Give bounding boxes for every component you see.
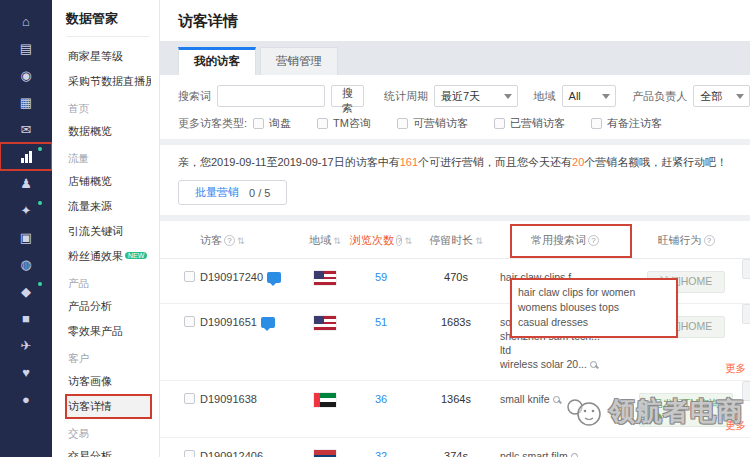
help-icon[interactable]: ? [704, 235, 715, 246]
col-header-地域[interactable]: 地域⇅ [300, 233, 350, 248]
share-icon[interactable]: ✦ [0, 197, 52, 224]
sidebar-section-label: 客户 [66, 345, 159, 368]
home-icon[interactable]: ⌂ [0, 8, 52, 35]
magnifier-icon[interactable] [590, 361, 597, 368]
row-checkbox[interactable] [184, 316, 195, 327]
col-header-常用搜索词[interactable]: 常用搜索词? [500, 233, 630, 248]
region-cell [300, 393, 350, 407]
region-select[interactable]: All [562, 85, 617, 107]
visitor-id[interactable]: D19091651 [200, 316, 275, 328]
flag-us-icon [314, 316, 336, 330]
sort-icon[interactable]: ⇅ [333, 236, 341, 246]
sidebar-item-数据概览[interactable]: 数据概览 [66, 120, 151, 143]
tab-营销管理[interactable]: 营销管理 [260, 47, 338, 75]
duration-value: 1364s [441, 393, 471, 405]
checkbox-icon[interactable] [494, 118, 505, 129]
sidebar-item-访客详情[interactable]: 访客详情 [66, 395, 151, 418]
checkbox-label: 询盘 [269, 116, 291, 131]
visitor-type-checkbox-TM咨询[interactable]: TM咨询 [317, 116, 371, 131]
visitor-type-checkbox-询盘[interactable]: 询盘 [253, 116, 291, 131]
visitor-type-checkbox-有备注访客[interactable]: 有备注访客 [591, 116, 662, 131]
region-cell [300, 271, 350, 285]
bag-icon[interactable]: ◆ [0, 278, 52, 305]
sort-icon[interactable]: ⇅ [237, 236, 245, 246]
checkbox-icon[interactable] [253, 118, 264, 129]
user-icon[interactable]: ♟ [0, 170, 52, 197]
sidebar-item-粉丝通效果[interactable]: 粉丝通效果NEW [66, 245, 151, 268]
views-cell: 36 [350, 393, 412, 405]
views-count[interactable]: 36 [375, 393, 387, 405]
header-label: 常用搜索词 [531, 233, 586, 248]
help-icon[interactable]: ? [396, 235, 402, 246]
col-header-访客[interactable]: 访客?⇅ [200, 233, 300, 248]
visitor-id[interactable]: D190912406 [200, 450, 263, 457]
camera-icon[interactable]: ● [0, 386, 52, 413]
visitor-id[interactable]: D19091638 [200, 393, 257, 405]
table-row: D19091638361364ssmall knife已发起TM咨询i更多 [160, 381, 750, 438]
clipped-action-button[interactable] [742, 259, 750, 279]
sidebar-item-流量来源[interactable]: 流量来源 [66, 195, 151, 218]
message-icon[interactable]: ✉ [0, 116, 52, 143]
store-icon[interactable]: ▤ [0, 35, 52, 62]
more-link[interactable]: 更多 [725, 362, 746, 376]
sidebar-item-商家星等级[interactable]: 商家星等级 [66, 45, 151, 68]
sidebar-item-交易分析[interactable]: 交易分析 [66, 445, 151, 457]
bar-chart-icon[interactable] [0, 143, 52, 170]
shield-icon[interactable]: ◉ [0, 62, 52, 89]
header-label: 地域 [309, 233, 331, 248]
sidebar-item-访客画像[interactable]: 访客画像 [66, 370, 151, 393]
views-count[interactable]: 59 [375, 271, 387, 283]
help-icon[interactable]: ? [224, 235, 235, 246]
calendar-icon[interactable]: ▣ [0, 224, 52, 251]
page-title: 访客详情 [160, 0, 750, 41]
search-terms-cell: pdlc smart film [500, 450, 630, 457]
notice-panel: 亲，您2019-09-11至2019-09-17日的访客中有161个可进行营销，… [160, 145, 750, 215]
chevron-down-icon [602, 94, 610, 99]
flag-ae-icon [314, 393, 336, 407]
row-checkbox[interactable] [184, 450, 195, 457]
help-icon[interactable]: ? [588, 235, 599, 246]
row-checkbox[interactable] [184, 271, 195, 282]
sidebar-item-店铺概览[interactable]: 店铺概览 [66, 170, 151, 193]
views-count[interactable]: 51 [375, 316, 387, 328]
clipped-action-button[interactable] [742, 381, 750, 401]
row-checkbox[interactable] [184, 393, 195, 404]
col-header-旺铺行为[interactable]: 旺铺行为? [630, 233, 742, 248]
globe-icon[interactable]: ◍ [0, 251, 52, 278]
sidebar-item-零效果产品[interactable]: 零效果产品 [66, 320, 151, 343]
sort-icon[interactable]: ⇅ [404, 236, 412, 246]
notification-dot [38, 147, 42, 151]
magnifier-icon[interactable] [571, 453, 578, 457]
apps-grid-icon[interactable]: ▦ [0, 89, 52, 116]
views-count[interactable]: 32 [375, 450, 387, 457]
visitor-id[interactable]: D190917240 [200, 271, 281, 283]
tm-inquiry-sent-badge[interactable]: 已发起TM咨询i [639, 393, 733, 427]
clipped-action-button[interactable] [742, 304, 750, 324]
checkbox-icon[interactable] [397, 118, 408, 129]
visitor-id-text: D190917240 [200, 271, 263, 283]
more-types-label: 更多访客类型: [178, 116, 247, 131]
quota-count: 20 [572, 156, 584, 168]
sort-icon[interactable]: ⇅ [475, 236, 483, 246]
sidebar-item-引流关键词[interactable]: 引流关键词 [66, 220, 151, 243]
search-input[interactable] [217, 85, 325, 107]
col-header-浏览次数[interactable]: 浏览次数?⇅ [350, 233, 412, 248]
owner-select[interactable]: 全部 [693, 85, 750, 107]
visitor-type-checkbox-已营销访客[interactable]: 已营销访客 [494, 116, 565, 131]
sidebar-item-产品分析[interactable]: 产品分析 [66, 295, 151, 318]
heart-icon[interactable]: ♥ [0, 359, 52, 386]
period-select[interactable]: 最近7天 [434, 85, 518, 107]
views-cell: 51 [350, 316, 412, 328]
send-icon[interactable]: ✈ [0, 332, 52, 359]
magnifier-icon[interactable] [553, 396, 560, 403]
sidebar-item-采购节数据直播屏[interactable]: 采购节数据直播屏 [66, 70, 151, 93]
more-link[interactable]: 更多 [725, 419, 746, 433]
visitor-type-checkbox-可营销访客[interactable]: 可营销访客 [397, 116, 468, 131]
batch-marketing-button[interactable]: 批量营销 0 / 5 [178, 180, 287, 205]
checkbox-icon[interactable] [591, 118, 602, 129]
checkbox-icon[interactable] [317, 118, 328, 129]
search-button[interactable]: 搜索 [331, 85, 364, 107]
col-header-停留时长[interactable]: 停留时长⇅ [412, 233, 500, 248]
tab-我的访客[interactable]: 我的访客 [178, 47, 256, 75]
briefcase-icon[interactable]: ■ [0, 305, 52, 332]
